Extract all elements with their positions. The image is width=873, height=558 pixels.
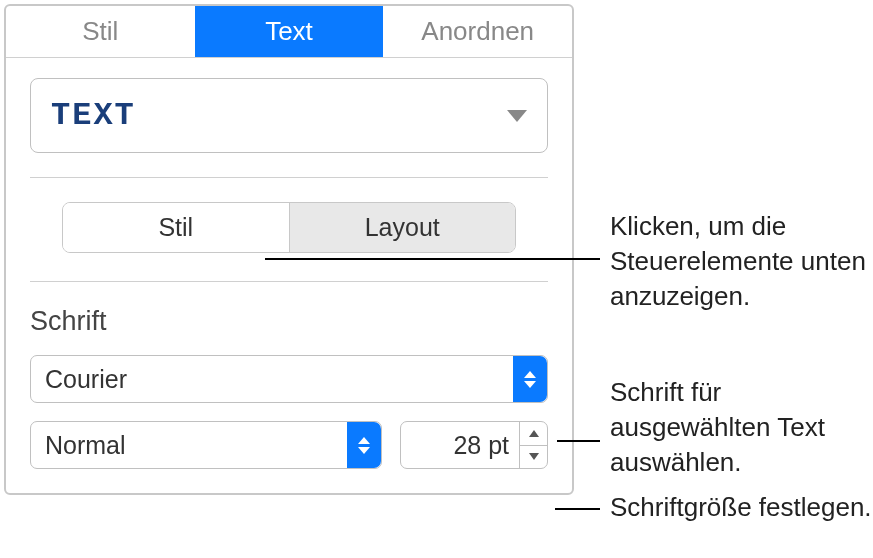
font-size-stepper (519, 422, 547, 468)
callout-line-controls (265, 258, 600, 260)
callout-line-font (557, 440, 600, 442)
subtab-stil[interactable]: Stil (63, 203, 290, 252)
text-style-dropdown[interactable]: TEXT (30, 78, 548, 153)
font-section-heading: Schrift (30, 306, 548, 337)
inspector-panel: Stil Text Anordnen TEXT Stil Layout Schr… (4, 4, 574, 495)
callout-controls: Klicken, um die Steuerelemente unten anz… (610, 209, 873, 314)
chevron-down-icon (507, 110, 527, 122)
text-style-label: TEXT (51, 97, 136, 134)
callout-font: Schrift für ausgewählten Text auswählen. (610, 375, 873, 480)
callout-size: Schriftgröße festlegen. (610, 490, 872, 525)
divider (30, 177, 548, 178)
subtab-layout[interactable]: Layout (290, 203, 516, 252)
top-tabs: Stil Text Anordnen (6, 6, 572, 58)
arrow-up-icon (529, 430, 539, 437)
tab-anordnen[interactable]: Anordnen (383, 6, 572, 57)
panel-body: TEXT Stil Layout Schrift Courier Normal (6, 58, 572, 493)
font-variant-select[interactable]: Normal (30, 421, 382, 469)
font-family-select[interactable]: Courier (30, 355, 548, 403)
select-arrows-icon (347, 422, 381, 468)
font-variant-value: Normal (45, 431, 347, 460)
tab-stil[interactable]: Stil (6, 6, 195, 57)
tab-text[interactable]: Text (195, 6, 384, 57)
select-arrows-icon (513, 356, 547, 402)
arrow-down-icon (529, 453, 539, 460)
divider-2 (30, 281, 548, 282)
font-size-control[interactable]: 28 pt (400, 421, 548, 469)
stepper-up-button[interactable] (520, 422, 547, 446)
sub-tabs: Stil Layout (62, 202, 516, 253)
callout-line-size (555, 508, 600, 510)
font-row: Normal 28 pt (30, 421, 548, 469)
stepper-down-button[interactable] (520, 446, 547, 469)
font-family-value: Courier (45, 365, 513, 394)
font-size-value: 28 pt (401, 431, 519, 460)
